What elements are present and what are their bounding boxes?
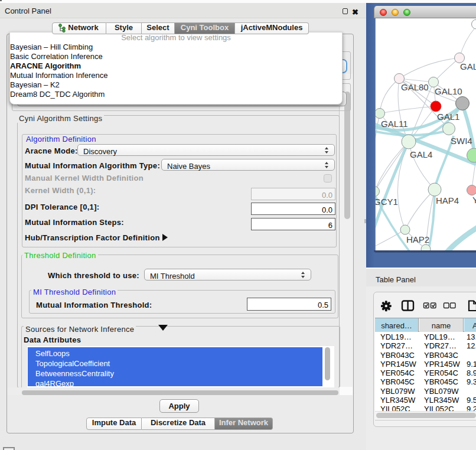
svg-text:YM: YM (472, 195, 476, 205)
svg-text:GCY1: GCY1 (376, 197, 398, 207)
svg-text:HAP2: HAP2 (406, 234, 429, 244)
svg-text:GAL10: GAL10 (435, 86, 462, 96)
svg-text:SWI4: SWI4 (451, 136, 472, 146)
svg-text:GAL2: GAL2 (460, 61, 476, 71)
svg-text:GAL1: GAL1 (437, 112, 459, 122)
svg-text:HAP4: HAP4 (436, 195, 459, 206)
svg-text:GAL4: GAL4 (410, 149, 432, 159)
svg-text:GAL11: GAL11 (381, 119, 408, 129)
svg-text:GAL80: GAL80 (401, 82, 429, 92)
